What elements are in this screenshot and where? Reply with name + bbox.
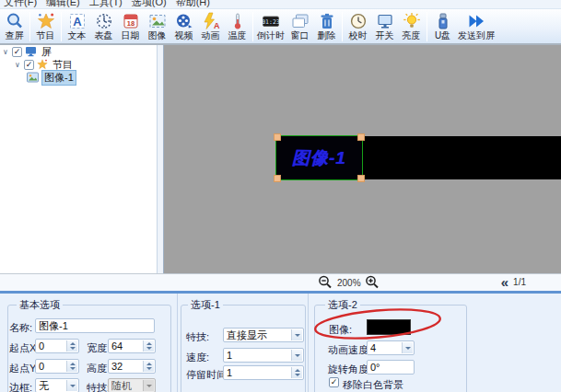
- checkmark-icon: ✓: [14, 48, 21, 56]
- tree-canvas-splitter[interactable]: [157, 45, 164, 273]
- dropdown-arrow-icon[interactable]: [291, 329, 302, 340]
- section-separator: [177, 294, 178, 392]
- project-tree: ∨ ✓ 屏 ∨ ✓ 节目 图像-1: [0, 45, 157, 273]
- page-indicator: 1/1: [513, 277, 526, 287]
- toolbar-separator: [252, 12, 253, 41]
- toolbar-button-text[interactable]: A 文本: [64, 11, 90, 41]
- tree-item-label-selected: 图像-1: [41, 70, 76, 86]
- screen-search-icon: [6, 12, 24, 30]
- anim-speed-dropdown[interactable]: 4: [367, 340, 415, 355]
- send-to-screen-icon: [467, 12, 485, 30]
- tree-item-image-1[interactable]: 图像-1: [0, 71, 157, 84]
- resize-handle-bottom-left[interactable]: [274, 175, 281, 182]
- width-label: 宽度: [87, 341, 107, 355]
- toolbar-button-delete[interactable]: 删除: [313, 11, 340, 41]
- toolbar-button-usb[interactable]: U盘: [429, 11, 456, 41]
- toolbar-button-brightness[interactable]: 亮度: [398, 11, 425, 41]
- preview-canvas[interactable]: 图像-1: [164, 45, 561, 273]
- zoom-out-icon[interactable]: [318, 275, 333, 291]
- rotate-angle-input[interactable]: 0°: [367, 360, 415, 375]
- resize-handle-bottom-right[interactable]: [357, 175, 365, 182]
- temperature-icon: [228, 12, 247, 30]
- toolbar-separator: [427, 12, 427, 41]
- border-dropdown[interactable]: 无: [35, 378, 79, 392]
- previous-page-icon[interactable]: «: [501, 274, 508, 290]
- options-panel: 基本选项 名称: 图像-1 起点X: 0 宽度 64 起点Y: 0 高度 32 …: [0, 294, 561, 392]
- remove-white-bg-checkbox[interactable]: ✓: [329, 377, 339, 387]
- tree-item-program[interactable]: ∨ ✓ 节目: [0, 58, 157, 71]
- name-input[interactable]: 图像-1: [35, 318, 155, 333]
- effect-label: 特技:: [186, 330, 209, 344]
- toolbar-button-video[interactable]: 视频: [170, 11, 197, 41]
- menu-options[interactable]: 选项(O): [132, 0, 167, 9]
- toolbar-separator: [61, 12, 62, 41]
- toolbar-button-date[interactable]: 18 日期: [117, 11, 144, 41]
- toolbar-button-clock-sync[interactable]: 校时: [345, 11, 371, 41]
- toolbar-button-send-to-screen[interactable]: 发送到屏: [456, 11, 497, 41]
- toolbar-button-dial[interactable]: 表盘: [90, 11, 117, 41]
- program-checkbox[interactable]: ✓: [24, 60, 34, 70]
- spinner-arrows[interactable]: [66, 361, 77, 372]
- tree-item-label: 屏: [40, 45, 53, 59]
- toolbar-button-window[interactable]: 窗口: [286, 11, 313, 41]
- dropdown-arrow-icon[interactable]: [402, 342, 413, 353]
- toolbar-button-temperature[interactable]: 温度: [224, 11, 251, 41]
- toolbar-button-animation[interactable]: A 动画: [197, 11, 224, 41]
- zoom-in-icon[interactable]: [365, 275, 380, 291]
- resize-handle-top-right[interactable]: [357, 133, 365, 141]
- led-editor-window: 文件(F) 编辑(E) 工具(T) 选项(O) 帮助(H) 查屏 节目 A 文本…: [0, 0, 561, 392]
- toolbar-button-image[interactable]: 图像: [144, 11, 170, 41]
- toolbar-button-power[interactable]: 开关: [371, 11, 398, 41]
- stay-time-spinner[interactable]: 1: [223, 365, 304, 380]
- menu-tools[interactable]: 工具(T): [89, 0, 123, 9]
- date-icon: 18: [122, 12, 140, 30]
- usb-icon: [434, 12, 452, 30]
- screen-checkbox[interactable]: ✓: [12, 47, 22, 57]
- program-icon: [37, 12, 55, 30]
- toolbar-separator: [342, 12, 343, 41]
- width-spinner[interactable]: 64: [108, 339, 156, 353]
- spinner-arrows[interactable]: [143, 340, 154, 352]
- image-thumbnail[interactable]: [367, 319, 411, 335]
- basic-effect-dropdown[interactable]: 随机: [108, 378, 156, 392]
- toolbar-button-program[interactable]: 节目: [32, 11, 59, 41]
- window-icon: [291, 12, 310, 30]
- svg-text:18: 18: [126, 19, 134, 28]
- height-spinner[interactable]: 32: [108, 359, 156, 374]
- resize-handle-top-left[interactable]: [274, 133, 281, 141]
- start-x-spinner[interactable]: 0: [35, 339, 79, 353]
- tree-item-screen[interactable]: ∨ ✓ 屏: [0, 45, 157, 58]
- toolbar-button-countdown[interactable]: 01:23 倒计时: [255, 11, 286, 41]
- anim-speed-label: 动画速度:: [328, 343, 371, 357]
- animation-icon: A: [202, 12, 220, 30]
- screen-icon: [25, 46, 37, 57]
- dropdown-arrow-icon[interactable]: [66, 380, 77, 391]
- main-toolbar: 查屏 节目 A 文本 表盘 18 日期 图像 视频 A 动画: [0, 9, 561, 45]
- effect-dropdown[interactable]: 直接显示: [223, 328, 304, 342]
- dropdown-arrow-icon[interactable]: [291, 350, 302, 361]
- image-label: 图像:: [329, 323, 352, 337]
- checkmark-icon: ✓: [331, 378, 338, 386]
- spinner-arrows[interactable]: [291, 367, 302, 378]
- canvas-status-bar: 200% « 1/1: [0, 273, 561, 291]
- toolbar-button-screen-search[interactable]: 查屏: [1, 11, 28, 41]
- speed-label: 速度:: [186, 351, 209, 364]
- speed-dropdown[interactable]: 1: [223, 348, 304, 363]
- image-item-selection[interactable]: 图像-1: [275, 135, 363, 180]
- menu-edit[interactable]: 编辑(E): [46, 0, 80, 9]
- start-y-spinner[interactable]: 0: [35, 359, 79, 374]
- options-1-title: 选项-1: [188, 298, 223, 312]
- remove-white-bg-label: 移除白色背景: [343, 378, 403, 392]
- basic-effect-label: 特技:: [87, 381, 110, 392]
- menu-help[interactable]: 帮助(H): [176, 0, 210, 9]
- expand-arrow-icon[interactable]: ∨: [2, 48, 9, 56]
- expand-arrow-icon[interactable]: ∨: [14, 61, 21, 69]
- dropdown-arrow-icon: [143, 380, 154, 391]
- led-preview-text: 图像-1: [276, 136, 362, 179]
- spinner-arrows[interactable]: [143, 361, 154, 372]
- power-icon: [376, 12, 394, 30]
- image-icon: [148, 12, 167, 30]
- clock-sync-icon: [349, 12, 368, 30]
- menu-file[interactable]: 文件(F): [4, 0, 37, 9]
- spinner-arrows[interactable]: [66, 340, 77, 352]
